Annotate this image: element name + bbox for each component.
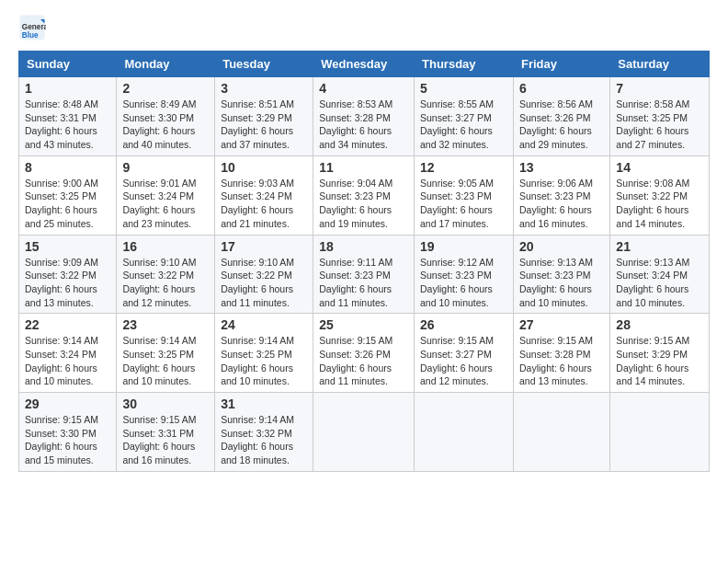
day-cell: 26Sunrise: 9:15 AMSunset: 3:27 PMDayligh… — [415, 314, 514, 393]
day-info: Sunrise: 9:04 AMSunset: 3:23 PMDaylight:… — [319, 177, 408, 231]
day-number: 4 — [319, 81, 408, 96]
day-cell: 16Sunrise: 9:10 AMSunset: 3:22 PMDayligh… — [117, 235, 215, 314]
day-cell: 24Sunrise: 9:14 AMSunset: 3:25 PMDayligh… — [215, 314, 313, 393]
day-number: 10 — [221, 160, 307, 175]
day-cell: 13Sunrise: 9:06 AMSunset: 3:23 PMDayligh… — [513, 155, 609, 235]
day-info: Sunrise: 9:05 AMSunset: 3:23 PMDaylight:… — [420, 177, 507, 231]
day-number: 2 — [122, 81, 209, 96]
header-cell-wednesday: Wednesday — [313, 52, 415, 77]
day-number: 25 — [319, 317, 408, 332]
day-cell: 30Sunrise: 9:15 AMSunset: 3:31 PMDayligh… — [117, 393, 215, 472]
day-number: 1 — [25, 81, 110, 96]
day-number: 30 — [122, 396, 209, 411]
day-number: 6 — [519, 81, 604, 96]
logo-icon: General Blue — [18, 14, 46, 41]
day-info: Sunrise: 9:14 AMSunset: 3:25 PMDaylight:… — [221, 334, 307, 388]
day-cell: 5Sunrise: 8:55 AMSunset: 3:27 PMDaylight… — [415, 77, 514, 156]
day-info: Sunrise: 8:49 AMSunset: 3:30 PMDaylight:… — [122, 98, 209, 152]
day-info: Sunrise: 9:14 AMSunset: 3:25 PMDaylight:… — [122, 334, 209, 388]
day-cell — [313, 393, 415, 472]
day-cell — [513, 393, 609, 472]
svg-text:Blue: Blue — [22, 31, 39, 40]
day-number: 22 — [25, 317, 110, 332]
day-number: 16 — [122, 239, 209, 254]
day-number: 3 — [221, 81, 307, 96]
calendar-table: SundayMondayTuesdayWednesdayThursdayFrid… — [18, 51, 710, 472]
day-info: Sunrise: 9:15 AMSunset: 3:27 PMDaylight:… — [420, 334, 507, 388]
day-number: 15 — [25, 239, 110, 254]
day-info: Sunrise: 9:14 AMSunset: 3:32 PMDaylight:… — [221, 413, 307, 467]
day-info: Sunrise: 9:09 AMSunset: 3:22 PMDaylight:… — [25, 256, 110, 310]
day-number: 19 — [420, 239, 507, 254]
day-number: 27 — [519, 317, 604, 332]
day-info: Sunrise: 9:13 AMSunset: 3:24 PMDaylight:… — [616, 256, 703, 310]
day-info: Sunrise: 8:58 AMSunset: 3:25 PMDaylight:… — [616, 98, 703, 152]
day-cell: 7Sunrise: 8:58 AMSunset: 3:25 PMDaylight… — [610, 77, 710, 156]
header: General Blue — [18, 14, 710, 41]
day-number: 7 — [616, 81, 703, 96]
day-info: Sunrise: 8:51 AMSunset: 3:29 PMDaylight:… — [221, 98, 307, 152]
day-info: Sunrise: 8:55 AMSunset: 3:27 PMDaylight:… — [420, 98, 507, 152]
day-info: Sunrise: 9:15 AMSunset: 3:29 PMDaylight:… — [616, 334, 703, 388]
day-cell: 28Sunrise: 9:15 AMSunset: 3:29 PMDayligh… — [610, 314, 710, 393]
day-number: 17 — [221, 239, 307, 254]
day-number: 24 — [221, 317, 307, 332]
header-cell-tuesday: Tuesday — [215, 52, 313, 77]
day-cell: 21Sunrise: 9:13 AMSunset: 3:24 PMDayligh… — [610, 235, 710, 314]
day-info: Sunrise: 8:56 AMSunset: 3:26 PMDaylight:… — [519, 98, 604, 152]
day-cell: 11Sunrise: 9:04 AMSunset: 3:23 PMDayligh… — [313, 155, 415, 235]
day-info: Sunrise: 9:10 AMSunset: 3:22 PMDaylight:… — [221, 256, 307, 310]
main-container: General Blue SundayMondayTuesdayWednesda… — [0, 0, 728, 481]
day-cell: 19Sunrise: 9:12 AMSunset: 3:23 PMDayligh… — [415, 235, 514, 314]
day-number: 11 — [319, 160, 408, 175]
day-cell: 20Sunrise: 9:13 AMSunset: 3:23 PMDayligh… — [513, 235, 609, 314]
header-cell-thursday: Thursday — [415, 52, 514, 77]
header-cell-monday: Monday — [117, 52, 215, 77]
day-cell: 27Sunrise: 9:15 AMSunset: 3:28 PMDayligh… — [513, 314, 609, 393]
day-cell: 8Sunrise: 9:00 AMSunset: 3:25 PMDaylight… — [19, 155, 117, 235]
day-cell: 31Sunrise: 9:14 AMSunset: 3:32 PMDayligh… — [215, 393, 313, 472]
svg-text:General: General — [22, 23, 46, 31]
day-info: Sunrise: 9:15 AMSunset: 3:26 PMDaylight:… — [319, 334, 408, 388]
day-cell: 6Sunrise: 8:56 AMSunset: 3:26 PMDaylight… — [513, 77, 609, 156]
day-cell — [415, 393, 514, 472]
logo: General Blue — [18, 14, 50, 41]
week-row-2: 8Sunrise: 9:00 AMSunset: 3:25 PMDaylight… — [19, 155, 710, 235]
day-number: 8 — [25, 160, 110, 175]
day-info: Sunrise: 9:03 AMSunset: 3:24 PMDaylight:… — [221, 177, 307, 231]
day-number: 21 — [616, 239, 703, 254]
day-number: 12 — [420, 160, 507, 175]
day-cell — [610, 393, 710, 472]
day-info: Sunrise: 8:48 AMSunset: 3:31 PMDaylight:… — [25, 98, 110, 152]
header-cell-saturday: Saturday — [610, 52, 710, 77]
day-cell: 14Sunrise: 9:08 AMSunset: 3:22 PMDayligh… — [610, 155, 710, 235]
day-number: 9 — [122, 160, 209, 175]
day-cell: 18Sunrise: 9:11 AMSunset: 3:23 PMDayligh… — [313, 235, 415, 314]
day-cell: 4Sunrise: 8:53 AMSunset: 3:28 PMDaylight… — [313, 77, 415, 156]
day-cell: 22Sunrise: 9:14 AMSunset: 3:24 PMDayligh… — [19, 314, 117, 393]
day-cell: 17Sunrise: 9:10 AMSunset: 3:22 PMDayligh… — [215, 235, 313, 314]
day-cell: 25Sunrise: 9:15 AMSunset: 3:26 PMDayligh… — [313, 314, 415, 393]
day-info: Sunrise: 9:15 AMSunset: 3:30 PMDaylight:… — [25, 413, 110, 467]
day-number: 14 — [616, 160, 703, 175]
day-number: 13 — [519, 160, 604, 175]
header-cell-sunday: Sunday — [19, 52, 117, 77]
day-info: Sunrise: 9:08 AMSunset: 3:22 PMDaylight:… — [616, 177, 703, 231]
day-info: Sunrise: 9:11 AMSunset: 3:23 PMDaylight:… — [319, 256, 408, 310]
day-number: 23 — [122, 317, 209, 332]
day-cell: 12Sunrise: 9:05 AMSunset: 3:23 PMDayligh… — [415, 155, 514, 235]
day-cell: 29Sunrise: 9:15 AMSunset: 3:30 PMDayligh… — [19, 393, 117, 472]
week-row-3: 15Sunrise: 9:09 AMSunset: 3:22 PMDayligh… — [19, 235, 710, 314]
header-cell-friday: Friday — [513, 52, 609, 77]
day-info: Sunrise: 9:15 AMSunset: 3:28 PMDaylight:… — [519, 334, 604, 388]
day-number: 31 — [221, 396, 307, 411]
day-number: 18 — [319, 239, 408, 254]
day-info: Sunrise: 9:01 AMSunset: 3:24 PMDaylight:… — [122, 177, 209, 231]
day-cell: 1Sunrise: 8:48 AMSunset: 3:31 PMDaylight… — [19, 77, 117, 156]
week-row-1: 1Sunrise: 8:48 AMSunset: 3:31 PMDaylight… — [19, 77, 710, 156]
day-number: 29 — [25, 396, 110, 411]
day-cell: 3Sunrise: 8:51 AMSunset: 3:29 PMDaylight… — [215, 77, 313, 156]
day-info: Sunrise: 9:12 AMSunset: 3:23 PMDaylight:… — [420, 256, 507, 310]
day-info: Sunrise: 8:53 AMSunset: 3:28 PMDaylight:… — [319, 98, 408, 152]
day-cell: 10Sunrise: 9:03 AMSunset: 3:24 PMDayligh… — [215, 155, 313, 235]
